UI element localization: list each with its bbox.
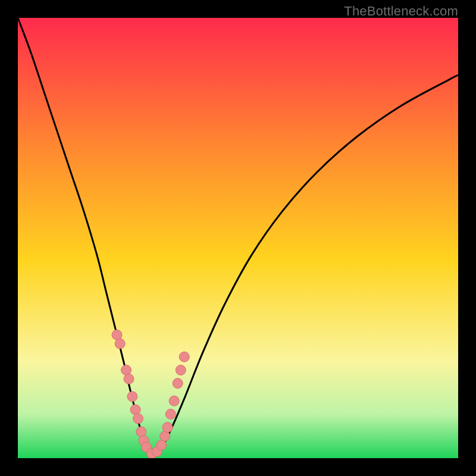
marker-point [127,392,137,402]
bottleneck-curve [18,18,458,456]
marker-point [179,352,189,362]
marker-point [165,409,176,419]
curve-layer [18,18,458,458]
marker-point [162,422,173,433]
marker-point [124,374,134,384]
marker-point [115,339,125,349]
marker-point [133,414,143,424]
marker-point [169,396,179,406]
plot-area [18,18,458,458]
chart-frame: TheBottleneck.com [0,0,476,476]
marker-point [176,365,186,375]
highlighted-points-group [112,330,189,458]
marker-point [173,378,183,389]
attribution-text: TheBottleneck.com [344,4,458,19]
